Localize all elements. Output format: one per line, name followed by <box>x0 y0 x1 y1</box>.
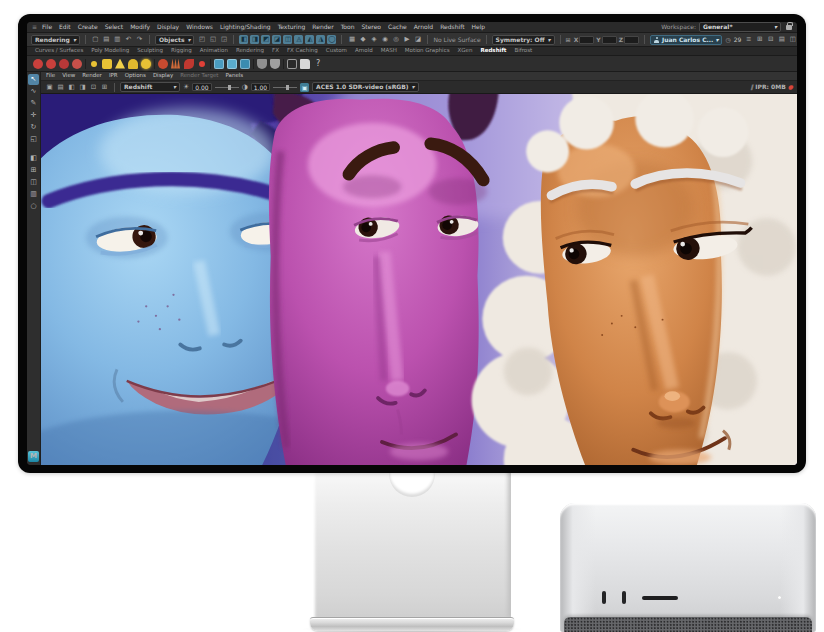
shelf-tool-icon[interactable] <box>199 61 205 67</box>
render-view-icon[interactable]: ⊡ <box>89 83 98 92</box>
snap-icon[interactable]: ◧ <box>239 35 248 44</box>
tool-icon[interactable]: ✛ <box>28 110 39 121</box>
render-view-icon[interactable]: ▣ <box>45 83 54 92</box>
tool-icon[interactable]: ↖ <box>28 74 39 85</box>
menu-item[interactable]: Display <box>157 24 179 30</box>
shelf-tab[interactable]: Curves / Surfaces <box>35 48 83 54</box>
symmetry-dropdown[interactable]: Symmetry: Off▾ <box>492 35 555 45</box>
status-icon[interactable]: ↶ <box>124 35 133 44</box>
tool-icon[interactable]: ◱ <box>28 134 39 145</box>
axis-input[interactable] <box>579 36 594 44</box>
shelf-tab[interactable]: Rendering <box>236 48 264 54</box>
exposure-slider[interactable] <box>215 87 239 88</box>
render-icon[interactable]: ◉ <box>380 35 389 44</box>
shelf-tab[interactable]: MASH <box>381 48 397 54</box>
shelf-tab[interactable]: FX <box>272 48 279 54</box>
render-viewport[interactable] <box>41 94 797 465</box>
render-view-menu-item[interactable]: Render <box>82 73 102 79</box>
tool-icon[interactable]: ∿ <box>28 86 39 97</box>
shelf-tool-icon[interactable] <box>184 59 194 69</box>
render-view-menu-item[interactable]: Display <box>153 73 173 79</box>
snap-icon[interactable]: ◫ <box>283 35 292 44</box>
shelf-tab[interactable]: Motion Graphics <box>405 48 450 54</box>
snap-icon[interactable]: ◮ <box>316 35 325 44</box>
render-icon[interactable]: ▦ <box>347 35 356 44</box>
shelf-tool-icon[interactable] <box>283 59 284 69</box>
snap-icon[interactable]: ◭ <box>305 35 314 44</box>
shelf-tool-icon[interactable] <box>270 59 280 69</box>
menu-item[interactable]: Render <box>312 24 333 30</box>
shelf-tab[interactable]: Sculpting <box>137 48 163 54</box>
shelf-tool-icon[interactable] <box>115 59 125 69</box>
lock-icon[interactable] <box>786 25 792 30</box>
workspace-dropdown[interactable]: General*▾ <box>699 22 781 32</box>
menu-item[interactable]: Toon <box>341 24 355 30</box>
menu-item[interactable]: Texturing <box>278 24 306 30</box>
shelf-tool-icon[interactable] <box>253 59 254 69</box>
signed-in-user[interactable]: Juan Carlos C...▾ <box>650 35 722 45</box>
shelf-tab[interactable]: Redshift <box>480 48 506 54</box>
layout-preset-icon[interactable]: ◧ <box>28 153 39 164</box>
render-icon[interactable]: ◈ <box>369 35 378 44</box>
shelf-tool-icon[interactable] <box>72 59 82 69</box>
shelf-tool-icon[interactable] <box>91 61 97 67</box>
render-view-menu-item[interactable]: Options <box>125 73 146 79</box>
render-view-icon[interactable]: ▤ <box>56 83 65 92</box>
mask-icon[interactable]: ◲ <box>219 35 228 44</box>
pause-icon[interactable]: ∥ <box>750 84 753 90</box>
menu-item[interactable]: Windows <box>186 24 213 30</box>
app-menu-icon[interactable]: ≡ <box>32 24 37 30</box>
shelf-tool-icon[interactable] <box>33 59 43 69</box>
render-view-icon[interactable]: ◧ <box>67 83 76 92</box>
panel-icon[interactable]: ⊞ <box>755 35 764 44</box>
status-icon[interactable]: ▢ <box>91 35 100 44</box>
shelf-tab[interactable]: Poly Modeling <box>91 48 129 54</box>
menu-item[interactable]: Select <box>105 24 124 30</box>
shelf-tool-icon[interactable] <box>257 59 267 69</box>
shelf-tab[interactable]: Arnold <box>355 48 373 54</box>
panel-icon[interactable]: ◫ <box>788 35 797 44</box>
zoom-tool-icon[interactable]: ○ <box>28 201 39 212</box>
menu-item[interactable]: Help <box>472 24 486 30</box>
axis-input[interactable] <box>602 36 617 44</box>
panel-icon[interactable]: ≡ <box>744 35 753 44</box>
shelf-tool-icon[interactable] <box>171 59 181 69</box>
menu-set-dropdown[interactable]: Rendering▾ <box>31 35 80 45</box>
render-view-icon[interactable]: ⊞ <box>100 83 109 92</box>
shelf-tab[interactable]: XGen <box>458 48 473 54</box>
shelf-tool-icon[interactable] <box>154 59 155 69</box>
menu-item[interactable]: Edit <box>59 24 71 30</box>
snap-icon[interactable]: ◯ <box>327 35 336 44</box>
shelf-tool-icon[interactable] <box>210 59 211 69</box>
render-view-menu-item[interactable]: Render Target <box>180 73 218 79</box>
shelf-tool-icon[interactable] <box>158 59 168 69</box>
render-view-menu-item[interactable]: IPR <box>109 73 118 79</box>
menu-item[interactable]: Arnold <box>414 24 433 30</box>
render-icon[interactable]: ◎ <box>391 35 400 44</box>
shelf-tool-icon[interactable] <box>102 59 112 69</box>
colorspace-dropdown[interactable]: ACES 1.0 SDR-video (sRGB)▾ <box>312 82 418 92</box>
layout-preset-icon[interactable]: ▥ <box>28 189 39 200</box>
render-icon[interactable]: ▶ <box>402 35 411 44</box>
panel-icon[interactable]: ⊟ <box>766 35 775 44</box>
render-view-menu-item[interactable]: Panels <box>226 73 244 79</box>
snap-icon[interactable]: ◨ <box>250 35 259 44</box>
panel-icon[interactable]: ▤ <box>777 35 786 44</box>
mask-icon[interactable]: ◱ <box>208 35 217 44</box>
snap-icon[interactable]: ◪ <box>272 35 281 44</box>
shelf-tool-icon[interactable]: ? <box>313 59 323 69</box>
menu-item[interactable]: Redshift <box>440 24 464 30</box>
menu-item[interactable]: File <box>42 24 52 30</box>
tool-icon[interactable]: ↻ <box>28 122 39 133</box>
shelf-tab[interactable]: FX Caching <box>287 48 318 54</box>
menu-item[interactable]: Create <box>78 24 98 30</box>
layout-preset-icon[interactable]: ◫ <box>28 177 39 188</box>
tool-icon[interactable]: ✎ <box>28 98 39 109</box>
gamma-input[interactable]: 1.00 <box>251 83 270 91</box>
menu-item[interactable]: Cache <box>388 24 407 30</box>
grid-icon[interactable]: ⊞ <box>566 37 571 43</box>
color-management-icon[interactable]: ▣ <box>300 83 309 92</box>
shelf-tab[interactable]: Animation <box>200 48 228 54</box>
axis-input[interactable] <box>624 36 639 44</box>
snap-icon[interactable]: ◩ <box>261 35 270 44</box>
